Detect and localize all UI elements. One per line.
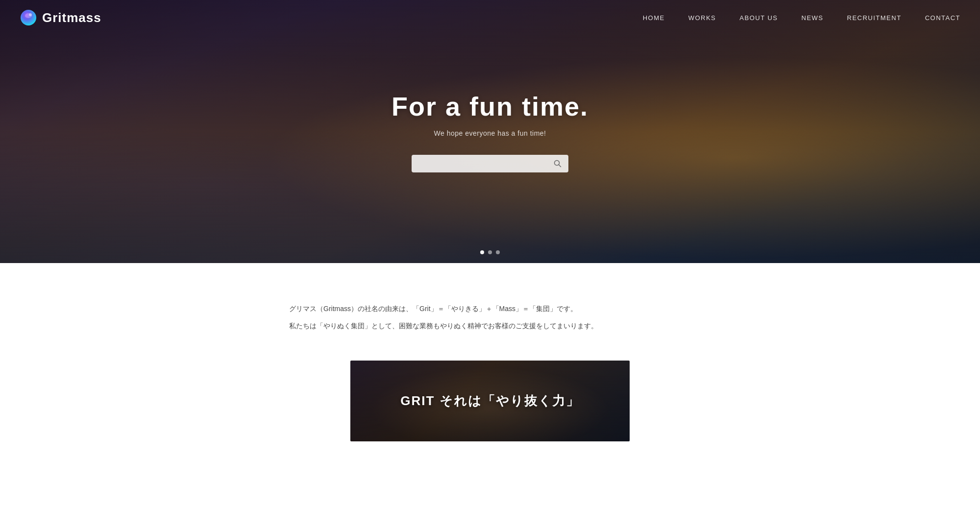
hero-subtitle: We hope everyone has a fun time! xyxy=(392,129,588,137)
site-header: Gritmass HOME WORKS ABOUT US NEWS RECRUI… xyxy=(0,0,980,35)
main-nav: HOME WORKS ABOUT US NEWS RECRUITMENT CON… xyxy=(643,14,960,22)
logo-text: Gritmass xyxy=(42,10,101,25)
grit-card-text-container: GRIT それは「やり抜く力」 xyxy=(350,361,630,441)
intro-text-area: グリマス（Gritmass）の社名の由来は、「Grit」＝「やりきる」＋「Mas… xyxy=(270,302,710,361)
nav-news[interactable]: NEWS xyxy=(802,14,824,22)
hero-content: For a fun time. We hope everyone has a f… xyxy=(392,91,588,172)
hero-dots xyxy=(480,250,500,254)
intro-line-2: 私たちは「やりぬく集団」として、困難な業務もやりぬく精神でお客様のご支援をしてま… xyxy=(289,319,691,333)
nav-works[interactable]: WORKS xyxy=(688,14,716,22)
nav-recruitment[interactable]: RECRUITMENT xyxy=(847,14,902,22)
dot-1[interactable] xyxy=(480,250,484,254)
hero-search-bar[interactable] xyxy=(412,155,568,172)
svg-line-4 xyxy=(559,165,561,167)
below-fold-section: グリマス（Gritmass）の社名の由来は、「Grit」＝「やりきる」＋「Mas… xyxy=(0,263,980,441)
dot-3[interactable] xyxy=(496,250,500,254)
search-icon xyxy=(554,160,562,168)
intro-line-1: グリマス（Gritmass）の社名の由来は、「Grit」＝「やりきる」＋「Mas… xyxy=(289,302,691,315)
nav-about-us[interactable]: ABOUT US xyxy=(739,14,778,22)
grit-label: GRIT それは「やり抜く力」 xyxy=(400,392,579,410)
grit-card: GRIT それは「やり抜く力」 xyxy=(350,361,630,441)
search-button[interactable] xyxy=(547,155,568,172)
search-input[interactable] xyxy=(412,155,547,172)
nav-contact[interactable]: CONTACT xyxy=(925,14,960,22)
logo-area[interactable]: Gritmass xyxy=(20,9,101,26)
hero-section: For a fun time. We hope everyone has a f… xyxy=(0,0,980,263)
hero-title: For a fun time. xyxy=(392,91,588,121)
logo-icon xyxy=(20,9,37,26)
nav-home[interactable]: HOME xyxy=(643,14,665,22)
dot-2[interactable] xyxy=(488,250,492,254)
svg-point-2 xyxy=(29,13,32,16)
